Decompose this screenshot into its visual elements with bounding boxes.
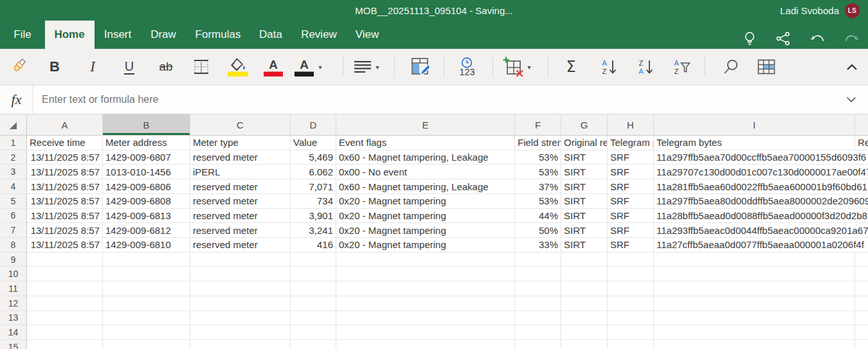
- cell-F8[interactable]: 33%: [515, 238, 561, 253]
- cell-C6[interactable]: reserved meter: [190, 209, 291, 224]
- cell-G12[interactable]: [561, 296, 608, 311]
- cell-D4[interactable]: 7,071: [291, 179, 336, 194]
- cell-F2[interactable]: 53%: [515, 150, 561, 165]
- cell-F13[interactable]: [515, 311, 561, 326]
- row-header-15[interactable]: 15: [0, 340, 27, 349]
- tab-data[interactable]: Data: [247, 21, 294, 49]
- cell-G15[interactable]: [561, 340, 608, 349]
- cell-A3[interactable]: 13/11/2025 8:57: [27, 165, 103, 179]
- cell-C13[interactable]: [190, 311, 291, 326]
- cell-C2[interactable]: reserved meter: [190, 150, 291, 165]
- cell-G1[interactable]: Original re: [561, 136, 608, 150]
- cell-I6[interactable]: 11a28bffb5aead0d0088ffb5aead00000f3d20d2…: [654, 209, 855, 224]
- cell-I15[interactable]: [654, 340, 855, 349]
- tab-home[interactable]: Home: [45, 21, 95, 49]
- cell-B1[interactable]: Meter address: [103, 136, 190, 150]
- borders-button[interactable]: [187, 49, 215, 85]
- cell-B3[interactable]: 1013-010-1456: [103, 165, 190, 179]
- avatar[interactable]: LS: [845, 3, 860, 18]
- column-header-i[interactable]: I: [654, 114, 855, 136]
- cell-E10[interactable]: [336, 267, 515, 282]
- fx-button[interactable]: fx: [0, 85, 33, 114]
- cell-H10[interactable]: [608, 267, 654, 282]
- row-header-7[interactable]: 7: [0, 223, 27, 238]
- cell-I14[interactable]: [654, 325, 855, 340]
- insert-delete-cells-button[interactable]: ▾: [500, 49, 534, 85]
- tab-view[interactable]: View: [343, 21, 391, 49]
- row-header-9[interactable]: 9: [0, 253, 27, 267]
- column-header-f[interactable]: F: [515, 114, 561, 136]
- cell-J9[interactable]: [855, 253, 868, 267]
- formula-bar-expand-button[interactable]: [840, 85, 863, 114]
- column-header-h[interactable]: H: [608, 114, 654, 136]
- cell-A2[interactable]: 13/11/2025 8:57: [27, 150, 103, 165]
- cell-G6[interactable]: SIRT: [561, 209, 608, 224]
- italic-button[interactable]: I: [78, 49, 107, 85]
- cell-F15[interactable]: [515, 340, 561, 349]
- cell-E6[interactable]: 0x20 - Magnet tampering: [336, 209, 515, 224]
- cell-F9[interactable]: [515, 253, 561, 267]
- formula-input[interactable]: [34, 85, 842, 114]
- cell-A5[interactable]: 13/11/2025 8:57: [27, 194, 103, 209]
- row-header-11[interactable]: 11: [0, 282, 27, 296]
- cell-B13[interactable]: [103, 311, 190, 326]
- cell-G8[interactable]: SIRT: [561, 238, 608, 253]
- freeze-panes-button[interactable]: [752, 49, 781, 85]
- cell-J10[interactable]: [855, 267, 868, 282]
- cell-F1[interactable]: Field stren: [515, 136, 561, 150]
- cell-H8[interactable]: SRF: [608, 238, 654, 253]
- cell-I7[interactable]: 11a293ffb5aeac0d0044ffb5aeac00000ca9201a…: [654, 223, 855, 238]
- column-header-d[interactable]: D: [291, 114, 336, 136]
- cell-B2[interactable]: 1429-009-6807: [103, 150, 190, 165]
- cell-G4[interactable]: SIRT: [561, 179, 608, 194]
- cell-B7[interactable]: 1429-009-6812: [103, 223, 190, 238]
- cell-E2[interactable]: 0x60 - Magnet tampering, Leakage: [336, 150, 515, 165]
- cell-F11[interactable]: [515, 282, 561, 296]
- cell-A6[interactable]: 13/11/2025 8:57: [27, 209, 103, 224]
- tab-insert[interactable]: Insert: [88, 21, 148, 49]
- row-header-10[interactable]: 10: [0, 267, 27, 282]
- cell-C4[interactable]: reserved meter: [190, 179, 291, 194]
- cell-D3[interactable]: 6.062: [291, 165, 336, 179]
- cell-E8[interactable]: 0x20 - Magnet tampering: [336, 238, 515, 253]
- cell-G2[interactable]: SIRT: [561, 150, 608, 165]
- cell-J1[interactable]: Re: [855, 136, 868, 150]
- cell-I12[interactable]: [654, 296, 855, 311]
- cell-G13[interactable]: [561, 311, 608, 326]
- cell-I3[interactable]: 11a29707c130d00d01c007c130d0000017ae00f4…: [654, 165, 855, 179]
- cell-C11[interactable]: [190, 282, 291, 296]
- select-all-button[interactable]: [0, 114, 27, 136]
- strikethrough-button[interactable]: ab: [152, 49, 180, 85]
- font-color-button[interactable]: A: [259, 49, 287, 85]
- cell-C3[interactable]: iPERL: [190, 165, 291, 179]
- cell-C12[interactable]: [190, 296, 291, 311]
- cell-B4[interactable]: 1429-009-6806: [103, 179, 190, 194]
- cell-J14[interactable]: [855, 325, 868, 340]
- cell-G11[interactable]: [561, 282, 608, 296]
- cell-B14[interactable]: [103, 325, 190, 340]
- cell-G10[interactable]: [561, 267, 608, 282]
- cell-B15[interactable]: [103, 340, 190, 349]
- cell-A14[interactable]: [27, 325, 103, 340]
- cell-H12[interactable]: [608, 296, 654, 311]
- cell-G3[interactable]: SIRT: [561, 165, 608, 179]
- cell-A12[interactable]: [27, 296, 103, 311]
- cell-E11[interactable]: [336, 282, 515, 296]
- autosum-button[interactable]: Σ: [557, 49, 585, 85]
- cell-E15[interactable]: [336, 340, 515, 349]
- cell-F3[interactable]: 53%: [515, 165, 561, 179]
- cell-C10[interactable]: [190, 267, 291, 282]
- cell-E9[interactable]: [336, 253, 515, 267]
- row-header-8[interactable]: 8: [0, 238, 27, 253]
- cell-H2[interactable]: SRF: [608, 150, 654, 165]
- cell-C5[interactable]: reserved meter: [190, 194, 291, 209]
- cell-F12[interactable]: [515, 296, 561, 311]
- cell-I8[interactable]: 11a27cffb5aeaa0d0077ffb5aeaa000001a0206f…: [654, 238, 855, 253]
- cell-H15[interactable]: [608, 340, 654, 349]
- cell-D12[interactable]: [291, 296, 336, 311]
- cell-F6[interactable]: 44%: [515, 209, 561, 224]
- collapse-ribbon-button[interactable]: [838, 49, 866, 85]
- cell-C9[interactable]: [190, 253, 291, 267]
- cell-F7[interactable]: 50%: [515, 223, 561, 238]
- cell-J13[interactable]: [855, 311, 868, 326]
